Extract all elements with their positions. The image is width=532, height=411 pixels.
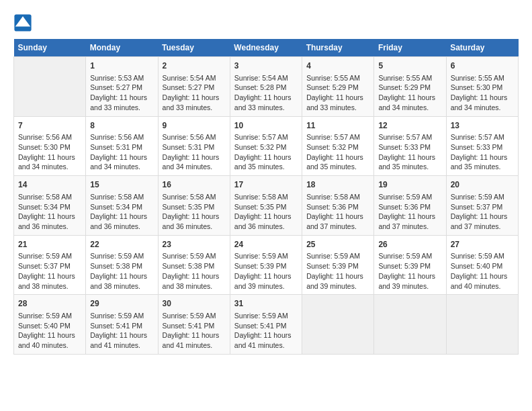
day-info: Daylight: 11 hours bbox=[163, 212, 226, 222]
day-info: Sunset: 5:35 PM bbox=[234, 202, 298, 212]
day-info: Daylight: 11 hours bbox=[451, 271, 514, 281]
header-cell-tuesday: Tuesday bbox=[158, 39, 230, 57]
day-info: and 35 minutes. bbox=[306, 162, 369, 172]
day-number: 19 bbox=[378, 179, 441, 191]
day-info: Daylight: 11 hours bbox=[378, 93, 441, 103]
day-info: Sunset: 5:32 PM bbox=[234, 142, 298, 152]
day-info: Sunset: 5:36 PM bbox=[306, 202, 369, 212]
day-info: Daylight: 11 hours bbox=[234, 152, 298, 163]
calendar-header: SundayMondayTuesdayWednesdayThursdayFrid… bbox=[14, 39, 519, 57]
calendar-cell bbox=[446, 295, 518, 355]
day-number: 13 bbox=[451, 120, 514, 132]
day-number: 16 bbox=[163, 179, 226, 191]
header-cell-saturday: Saturday bbox=[446, 39, 518, 57]
day-number: 26 bbox=[378, 239, 441, 250]
week-row-4: 21Sunrise: 5:59 AMSunset: 5:37 PMDayligh… bbox=[14, 235, 519, 295]
day-info: Sunset: 5:32 PM bbox=[306, 142, 369, 152]
day-info: and 41 minutes. bbox=[234, 340, 298, 351]
day-info: Sunrise: 5:58 AM bbox=[306, 192, 369, 202]
calendar-cell: 17Sunrise: 5:58 AMSunset: 5:35 PMDayligh… bbox=[230, 176, 302, 236]
day-info: Daylight: 11 hours bbox=[163, 152, 226, 163]
day-info: Sunset: 5:36 PM bbox=[378, 202, 441, 212]
day-info: Sunset: 5:30 PM bbox=[451, 83, 514, 93]
day-info: Daylight: 11 hours bbox=[234, 212, 298, 222]
day-number: 20 bbox=[451, 179, 514, 191]
day-info: and 36 minutes. bbox=[90, 222, 153, 232]
day-number: 8 bbox=[90, 120, 153, 132]
day-info: Sunrise: 5:59 AM bbox=[90, 251, 153, 261]
day-info: and 33 minutes. bbox=[306, 103, 369, 113]
header-cell-wednesday: Wednesday bbox=[230, 39, 302, 57]
day-info: and 35 minutes. bbox=[378, 162, 441, 172]
day-info: Sunrise: 5:59 AM bbox=[18, 311, 81, 321]
day-info: Sunset: 5:41 PM bbox=[234, 321, 298, 331]
day-info: and 38 minutes. bbox=[163, 281, 226, 291]
day-info: Daylight: 11 hours bbox=[306, 152, 369, 163]
day-info: Sunrise: 5:59 AM bbox=[234, 311, 298, 321]
day-info: and 41 minutes. bbox=[90, 340, 153, 351]
calendar-cell: 7Sunrise: 5:56 AMSunset: 5:30 PMDaylight… bbox=[14, 116, 86, 176]
day-number: 18 bbox=[306, 179, 369, 191]
day-info: Sunset: 5:39 PM bbox=[306, 261, 369, 271]
day-info: Sunset: 5:28 PM bbox=[234, 83, 298, 93]
day-info: Sunset: 5:34 PM bbox=[90, 202, 153, 212]
day-number: 14 bbox=[18, 179, 81, 191]
week-row-5: 28Sunrise: 5:59 AMSunset: 5:40 PMDayligh… bbox=[14, 295, 519, 355]
day-info: Sunrise: 5:58 AM bbox=[18, 192, 81, 202]
day-info: Daylight: 11 hours bbox=[90, 212, 153, 222]
calendar-cell: 12Sunrise: 5:57 AMSunset: 5:33 PMDayligh… bbox=[374, 116, 446, 176]
day-info: Sunrise: 5:59 AM bbox=[306, 251, 369, 261]
day-info: Daylight: 11 hours bbox=[451, 152, 514, 163]
calendar-cell: 27Sunrise: 5:59 AMSunset: 5:40 PMDayligh… bbox=[446, 235, 518, 295]
day-number: 17 bbox=[234, 179, 298, 191]
day-info: and 39 minutes. bbox=[306, 281, 369, 291]
day-info: Daylight: 11 hours bbox=[451, 93, 514, 103]
calendar-cell: 8Sunrise: 5:56 AMSunset: 5:31 PMDaylight… bbox=[86, 116, 158, 176]
header-row: SundayMondayTuesdayWednesdayThursdayFrid… bbox=[14, 39, 519, 57]
day-info: Sunrise: 5:59 AM bbox=[90, 311, 153, 321]
day-number: 31 bbox=[234, 298, 298, 310]
calendar-cell: 2Sunrise: 5:54 AMSunset: 5:27 PMDaylight… bbox=[158, 57, 230, 117]
header-cell-thursday: Thursday bbox=[302, 39, 374, 57]
day-info: and 36 minutes. bbox=[18, 222, 81, 232]
calendar-cell: 13Sunrise: 5:57 AMSunset: 5:33 PMDayligh… bbox=[446, 116, 518, 176]
day-number: 7 bbox=[18, 120, 81, 132]
day-info: Sunset: 5:27 PM bbox=[90, 83, 153, 93]
day-info: Sunrise: 5:57 AM bbox=[234, 132, 298, 142]
day-info: Sunset: 5:38 PM bbox=[163, 261, 226, 271]
day-info: Sunset: 5:33 PM bbox=[451, 142, 514, 152]
day-info: Sunset: 5:31 PM bbox=[90, 142, 153, 152]
calendar-cell: 5Sunrise: 5:55 AMSunset: 5:29 PMDaylight… bbox=[374, 57, 446, 117]
header-cell-sunday: Sunday bbox=[14, 39, 86, 57]
day-info: Sunrise: 5:53 AM bbox=[90, 73, 153, 83]
day-info: Daylight: 11 hours bbox=[378, 271, 441, 281]
calendar-cell: 9Sunrise: 5:56 AMSunset: 5:31 PMDaylight… bbox=[158, 116, 230, 176]
day-info: Daylight: 11 hours bbox=[163, 330, 226, 340]
day-info: and 34 minutes. bbox=[90, 162, 153, 172]
day-info: and 39 minutes. bbox=[234, 281, 298, 291]
day-info: Sunset: 5:39 PM bbox=[234, 261, 298, 271]
calendar-cell: 15Sunrise: 5:58 AMSunset: 5:34 PMDayligh… bbox=[86, 176, 158, 236]
day-number: 10 bbox=[234, 120, 298, 132]
day-info: and 40 minutes. bbox=[18, 340, 81, 351]
day-info: Daylight: 11 hours bbox=[163, 93, 226, 103]
day-info: and 39 minutes. bbox=[378, 281, 441, 291]
day-info: Sunrise: 5:58 AM bbox=[234, 192, 298, 202]
calendar-cell: 1Sunrise: 5:53 AMSunset: 5:27 PMDaylight… bbox=[86, 57, 158, 117]
day-info: Daylight: 11 hours bbox=[90, 330, 153, 340]
day-info: Sunset: 5:38 PM bbox=[90, 261, 153, 271]
calendar-cell: 29Sunrise: 5:59 AMSunset: 5:41 PMDayligh… bbox=[86, 295, 158, 355]
day-info: and 34 minutes. bbox=[18, 162, 81, 172]
day-info: and 37 minutes. bbox=[378, 222, 441, 232]
day-info: and 37 minutes. bbox=[451, 222, 514, 232]
day-info: Sunrise: 5:58 AM bbox=[163, 192, 226, 202]
calendar-cell bbox=[302, 295, 374, 355]
day-number: 23 bbox=[163, 239, 226, 250]
day-number: 15 bbox=[90, 179, 153, 191]
day-info: Sunrise: 5:59 AM bbox=[451, 192, 514, 202]
day-info: and 37 minutes. bbox=[306, 222, 369, 232]
day-number: 6 bbox=[451, 60, 514, 72]
day-info: Daylight: 11 hours bbox=[90, 152, 153, 163]
logo-icon bbox=[13, 13, 32, 32]
calendar-cell: 25Sunrise: 5:59 AMSunset: 5:39 PMDayligh… bbox=[302, 235, 374, 295]
